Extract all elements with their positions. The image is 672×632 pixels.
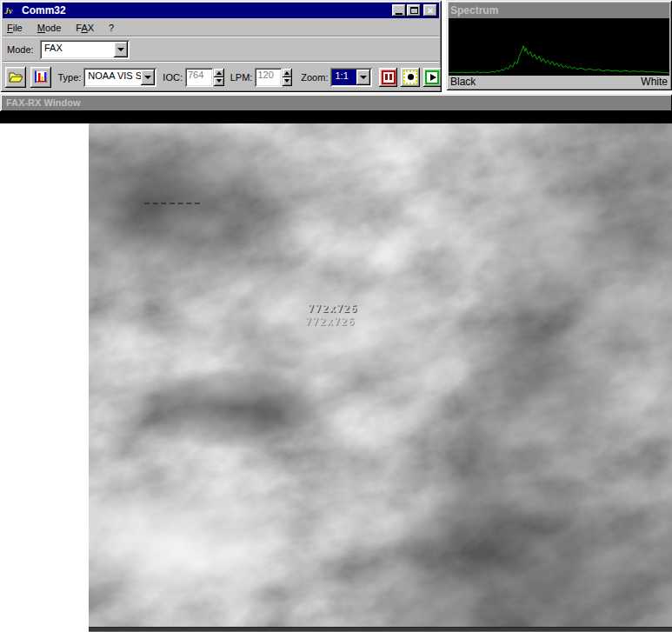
maximize-icon (410, 7, 418, 14)
lpm-input[interactable]: 120 (255, 68, 281, 87)
zoom-value: 1:1 (332, 70, 356, 85)
histogram-button[interactable] (30, 67, 51, 88)
arrow-down-icon (284, 79, 289, 85)
image-size-overlay: 772x726 (308, 303, 358, 315)
menu-mode[interactable]: Mode (37, 23, 62, 33)
zoom-combobox[interactable]: 1:1 (330, 68, 372, 87)
minimize-icon (396, 13, 403, 15)
image-bottom-strip (89, 627, 672, 632)
chevron-down-icon (360, 76, 367, 83)
open-file-button[interactable] (5, 67, 26, 88)
image-dashed-annotation (144, 203, 200, 204)
mode-row: Mode: FAX (0, 37, 442, 61)
type-combobox[interactable]: NOAA VIS S-N (83, 68, 156, 87)
faxrx-window-bar: FAX-RX Window (0, 94, 672, 111)
lpm-spin-down-button[interactable] (283, 77, 293, 86)
mode-value: FAX (42, 42, 114, 57)
zoom-label: Zoom: (301, 72, 328, 83)
arrow-up-icon (284, 69, 289, 75)
ioc-spin-down-button[interactable] (214, 77, 224, 86)
maximize-button[interactable] (407, 4, 421, 17)
play-icon (425, 70, 439, 84)
chevron-down-icon (144, 76, 151, 83)
fax-satellite-image: 772x726 772x726 (89, 123, 672, 632)
mode-label: Mode: (7, 44, 40, 55)
zoom-dropdown-button[interactable] (356, 70, 370, 85)
close-icon: × (428, 6, 433, 16)
ioc-input[interactable]: 764 (185, 68, 213, 87)
minimize-button[interactable] (392, 4, 406, 17)
lpm-spin-up-button[interactable] (283, 69, 293, 77)
spectrum-title: Spectrum (450, 4, 668, 17)
arrow-down-icon (216, 79, 222, 85)
type-dropdown-button[interactable] (141, 70, 155, 85)
comm32-titlebar[interactable]: Jv Comm32 × (3, 3, 439, 18)
close-button[interactable]: × (423, 4, 437, 17)
pause-button[interactable] (379, 68, 397, 87)
lpm-spinner (283, 69, 293, 86)
spectrum-white-label: White (641, 76, 668, 88)
spectrum-window: Spectrum Black White (446, 0, 672, 90)
mode-dropdown-button[interactable] (114, 42, 128, 57)
faxrx-title-text: FAX-RX Window (6, 97, 80, 108)
folder-open-icon (9, 71, 23, 83)
ioc-label: IOC: (163, 72, 183, 83)
menubar: File Mode FAX ? (0, 20, 442, 36)
ioc-spinner (214, 69, 224, 86)
histogram-icon (34, 70, 48, 83)
chevron-down-icon (117, 48, 124, 55)
pause-icon (382, 70, 396, 84)
lpm-label: LPM: (230, 72, 253, 83)
spectrum-titlebar[interactable]: Spectrum (449, 3, 669, 18)
type-label: Type: (57, 72, 81, 83)
play-button[interactable] (423, 68, 442, 87)
arrow-up-icon (216, 69, 222, 75)
menu-file[interactable]: File (7, 23, 23, 33)
mode-combobox[interactable]: FAX (40, 40, 130, 59)
app-icon: Jv (4, 5, 18, 17)
record-button[interactable] (401, 68, 419, 87)
menu-fax[interactable]: FAX (76, 23, 94, 33)
window-title: Comm32 (22, 4, 391, 17)
toolbar: Type: NOAA VIS S-N IOC: 764 LPM: 120 Zoo… (0, 63, 442, 91)
faxrx-client-area (0, 111, 672, 123)
spectrum-black-label: Black (450, 76, 476, 88)
menu-help[interactable]: ? (109, 23, 114, 33)
record-icon (403, 70, 417, 84)
type-value: NOAA VIS S-N (85, 70, 141, 85)
spectrum-axis-labels: Black White (450, 76, 668, 88)
spectrum-plot (449, 18, 669, 76)
image-size-overlay-ghost: 772x726 (305, 316, 356, 328)
comm32-window: Jv Comm32 × File Mode FAX ? Mode: FAX (0, 0, 442, 92)
spectrum-trace (449, 46, 669, 73)
cloud-texture (89, 123, 672, 632)
faxrx-titlebar[interactable]: FAX-RX Window (2, 96, 670, 110)
ioc-spin-up-button[interactable] (214, 69, 224, 77)
